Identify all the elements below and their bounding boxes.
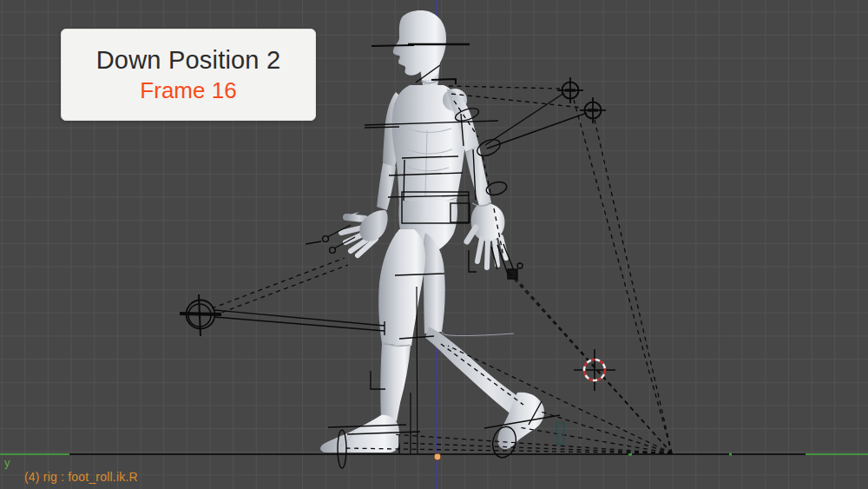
vertex-dot — [628, 453, 632, 456]
target-to-hand-dash — [212, 258, 345, 308]
thumb — [346, 217, 365, 219]
shoulder-to-target-dash — [451, 94, 582, 108]
leg-track-line — [417, 287, 418, 453]
finger-wire — [306, 241, 321, 244]
foot-ik-target-icon[interactable] — [180, 294, 221, 336]
forward-leg — [320, 229, 425, 453]
chest-bone-line — [365, 127, 399, 128]
mannequin-figure[interactable] — [320, 10, 544, 453]
viewport-3d[interactable]: Down Position 2 Frame 16 y (4) rig : foo… — [0, 0, 868, 489]
finger-target-ring — [330, 248, 336, 254]
finger-wire — [334, 237, 355, 248]
rear-thigh — [424, 233, 445, 334]
hand-ik-target-icon[interactable] — [557, 77, 583, 103]
thumb — [467, 228, 476, 241]
rear-leg — [424, 233, 544, 449]
finger — [487, 241, 488, 268]
forward-calf — [380, 344, 411, 421]
finger — [477, 239, 482, 261]
shoulder-to-target-dash — [449, 86, 560, 89]
hand-palm-far — [359, 210, 387, 241]
fan-dash — [519, 427, 672, 453]
side-bone-line — [404, 160, 404, 201]
annotation-card: Down Position 2 Frame 16 — [61, 29, 316, 121]
head-bone-line — [372, 45, 414, 46]
finger-target-ring — [323, 236, 329, 242]
fan-dash — [392, 434, 672, 453]
fan-dash — [595, 120, 672, 453]
elbow-to-target-line — [487, 113, 587, 149]
active-bone-status: (4) rig : foot_roll.ik.R — [24, 470, 138, 484]
frame-label: Frame 16 — [140, 77, 236, 104]
target-to-hand-dash — [214, 265, 348, 315]
fan-dash — [574, 100, 672, 453]
forward-thigh — [378, 229, 425, 346]
vertex-dot — [729, 453, 732, 456]
y-axis-label: y — [4, 456, 10, 469]
teal-bone[interactable] — [556, 422, 564, 445]
origin-point-icon[interactable] — [434, 453, 441, 460]
elbow-to-target-line — [485, 93, 564, 145]
fan-dash — [516, 278, 672, 453]
hand-ik-target-icon[interactable] — [580, 97, 606, 123]
pose-title: Down Position 2 — [96, 46, 281, 75]
wrist-dot-ring — [517, 263, 523, 268]
